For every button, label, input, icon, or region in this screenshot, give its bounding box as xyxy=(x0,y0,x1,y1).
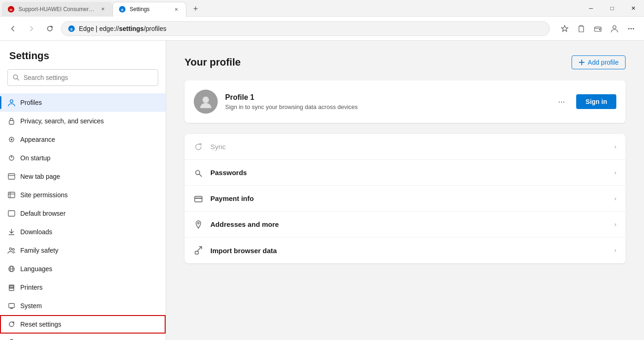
system-icon xyxy=(7,302,16,310)
svg-point-8 xyxy=(613,25,616,29)
sign-in-button[interactable]: Sign in xyxy=(576,94,616,109)
sidebar-item-sitepermissions-label: Site permissions xyxy=(20,191,68,199)
svg-rect-20 xyxy=(8,174,15,179)
sidebar-item-defaultbrowser-label: Default browser xyxy=(20,210,66,217)
tab-huawei[interactable]: H Support-HUAWEI Consumer Off... ✕ xyxy=(2,2,113,17)
sidebar-item-printers-label: Printers xyxy=(20,284,42,291)
onstartup-icon xyxy=(7,154,16,162)
familysafety-icon xyxy=(7,246,16,255)
profile-avatar xyxy=(194,90,218,114)
new-tab-button[interactable]: + xyxy=(188,2,203,17)
wallet-icon[interactable] xyxy=(590,21,605,36)
add-profile-button[interactable]: Add profile xyxy=(572,55,626,69)
address-url-suffix: /profiles xyxy=(144,25,167,32)
passwords-chevron-icon: › xyxy=(614,170,616,176)
back-button[interactable] xyxy=(6,21,20,36)
main-layout: Settings Profiles Privacy, search, and s… xyxy=(0,41,644,340)
newtab-icon xyxy=(7,172,16,181)
menu-item-payment[interactable]: Payment info › xyxy=(185,186,626,212)
svg-rect-32 xyxy=(9,287,14,291)
add-icon xyxy=(578,59,585,66)
menu-item-addresses[interactable]: Addresses and more › xyxy=(185,212,626,237)
languages-icon xyxy=(7,265,16,273)
svg-text:H: H xyxy=(10,7,12,12)
content-area: Your profile Add profile Profile 1 Sign … xyxy=(166,41,644,340)
profile-name: Profile 1 xyxy=(225,93,547,102)
profiles-icon xyxy=(7,98,16,107)
menu-item-import-label: Import browser data xyxy=(210,247,607,255)
menu-item-passwords-label: Passwords xyxy=(210,169,607,176)
svg-point-27 xyxy=(10,248,12,250)
maximize-button[interactable]: □ xyxy=(602,0,623,17)
sidebar-item-languages[interactable]: Languages xyxy=(0,260,166,278)
sidebar-item-downloads[interactable]: Downloads xyxy=(0,223,166,241)
tab-settings[interactable]: e Settings ✕ xyxy=(113,2,186,17)
svg-text:e: e xyxy=(121,7,123,12)
sidebar-item-defaultbrowser[interactable]: Default browser xyxy=(0,204,166,223)
address-edge-icon: e xyxy=(68,25,75,32)
sidebar-item-printers[interactable]: Printers xyxy=(0,278,166,297)
tab-huawei-close-icon[interactable]: ✕ xyxy=(99,5,107,13)
menu-item-payment-label: Payment info xyxy=(210,194,607,202)
sidebar-item-phonedevices[interactable]: Phone and other devices xyxy=(0,334,166,340)
more-button[interactable] xyxy=(624,21,638,36)
profile-icon[interactable] xyxy=(607,21,622,36)
menu-item-passwords[interactable]: Passwords › xyxy=(185,160,626,186)
svg-rect-46 xyxy=(195,196,202,202)
sitepermissions-icon xyxy=(7,191,16,199)
svg-rect-34 xyxy=(9,304,14,308)
svg-point-14 xyxy=(10,100,13,103)
refresh-button[interactable] xyxy=(42,21,57,36)
search-input[interactable] xyxy=(24,74,153,81)
sidebar-item-familysafety[interactable]: Family safety xyxy=(0,241,166,260)
huawei-favicon-icon: H xyxy=(7,6,15,13)
address-input[interactable]: e Edge | edge://settings/profiles xyxy=(61,21,550,36)
sidebar-item-appearance[interactable]: Appearance xyxy=(0,130,166,149)
avatar-icon xyxy=(198,94,213,109)
passwords-icon xyxy=(194,168,203,177)
svg-rect-15 xyxy=(9,121,14,124)
downloads-icon xyxy=(7,228,16,236)
sidebar-item-privacy-label: Privacy, search, and services xyxy=(20,117,104,125)
forward-button[interactable] xyxy=(24,21,39,36)
profile-more-button[interactable]: ··· xyxy=(554,94,569,109)
page-title: Your profile xyxy=(185,56,241,68)
svg-rect-25 xyxy=(8,211,15,216)
sidebar-item-onstartup[interactable]: On startup xyxy=(0,149,166,167)
menu-item-sync[interactable]: Sync › xyxy=(185,134,626,160)
profile-info: Profile 1 Sign in to sync your browsing … xyxy=(225,93,547,110)
sidebar-item-newtab[interactable]: New tab page xyxy=(0,167,166,186)
search-box[interactable] xyxy=(7,69,158,86)
menu-item-import[interactable]: Import browser data › xyxy=(185,237,626,263)
privacy-icon xyxy=(7,117,16,125)
menu-item-sync-label: Sync xyxy=(210,143,607,151)
sidebar-item-resetsettings[interactable]: Reset settings xyxy=(0,315,166,334)
sidebar-item-system[interactable]: System xyxy=(0,297,166,315)
sync-icon xyxy=(194,142,203,152)
close-button[interactable]: ✕ xyxy=(623,0,644,17)
tab-settings-title: Settings xyxy=(130,6,168,12)
toolbar-icons xyxy=(557,21,638,36)
sidebar-item-resetsettings-label: Reset settings xyxy=(20,321,61,328)
collections-icon[interactable] xyxy=(574,21,589,36)
address-text: Edge | edge://settings/profiles xyxy=(79,25,543,32)
sidebar-item-profiles-label: Profiles xyxy=(20,99,42,106)
addresses-chevron-icon: › xyxy=(614,221,616,228)
tab-settings-close-icon[interactable]: ✕ xyxy=(172,5,180,13)
sidebar-item-profiles[interactable]: Profiles xyxy=(0,93,166,112)
sidebar-item-familysafety-label: Family safety xyxy=(20,247,58,254)
sidebar-item-privacy[interactable]: Privacy, search, and services xyxy=(0,112,166,130)
add-profile-label: Add profile xyxy=(588,59,619,66)
sidebar-item-sitepermissions[interactable]: Site permissions xyxy=(0,186,166,204)
tab-bar: H Support-HUAWEI Consumer Off... ✕ e Set… xyxy=(0,0,580,17)
minimize-button[interactable]: ─ xyxy=(580,0,602,17)
addresses-icon xyxy=(194,220,203,229)
svg-point-28 xyxy=(12,249,14,250)
window-controls: ─ □ ✕ xyxy=(580,0,644,17)
sidebar-item-appearance-label: Appearance xyxy=(20,136,55,143)
address-separator: | xyxy=(96,25,100,32)
profile-subtitle: Sign in to sync your browsing data acros… xyxy=(225,103,547,110)
sidebar-title: Settings xyxy=(0,50,166,69)
sidebar-item-newtab-label: New tab page xyxy=(20,173,60,180)
favorites-icon[interactable] xyxy=(557,21,572,36)
